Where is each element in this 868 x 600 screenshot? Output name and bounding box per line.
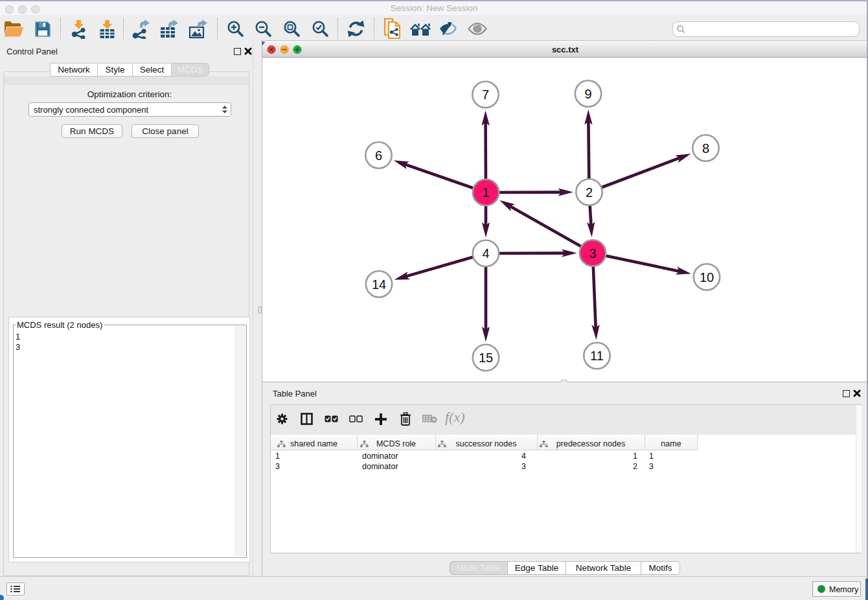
svg-text:14: 14 [372,277,386,292]
svg-text:4: 4 [482,246,489,260]
svg-text:6: 6 [375,148,382,163]
svg-text:2: 2 [586,185,593,200]
svg-text:7: 7 [482,87,489,102]
svg-text:10: 10 [700,270,714,284]
svg-text:8: 8 [702,141,709,156]
svg-text:11: 11 [590,349,604,363]
svg-text:15: 15 [479,351,493,365]
svg-text:3: 3 [589,246,596,260]
svg-text:9: 9 [584,87,591,101]
svg-text:1: 1 [482,185,489,200]
